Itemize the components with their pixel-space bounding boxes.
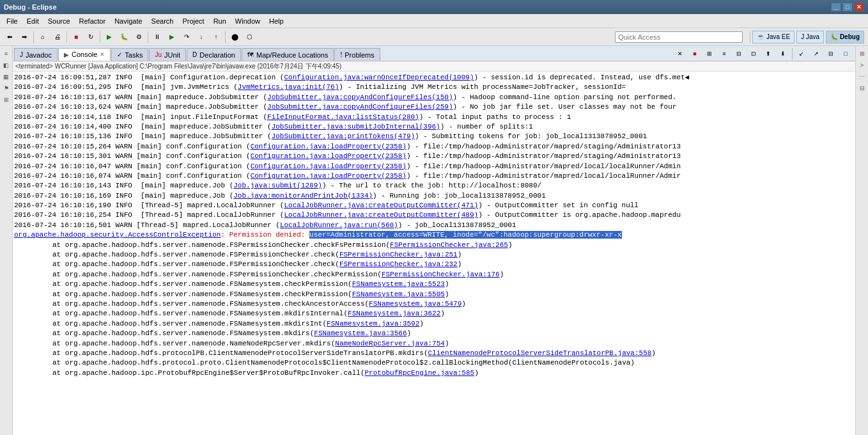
- sidebar-icon-1[interactable]: ≡: [1, 49, 12, 59]
- quickaccess-input[interactable]: [615, 31, 743, 43]
- line-text: 2016-07-24 16:09:51,295 INFO [main] jvm.…: [14, 83, 626, 92]
- menu-navigate[interactable]: Navigate: [111, 16, 146, 26]
- link-loadprop3[interactable]: Configuration.java:loadProperty(2358): [251, 162, 407, 170]
- console-toolbar-6[interactable]: ⬇: [776, 47, 790, 61]
- link-liststatus[interactable]: FileInputFormat.java:listStatus(280): [267, 113, 419, 121]
- menu-file[interactable]: File: [3, 16, 22, 26]
- tab-mapreduce[interactable]: 🗺 Map/Reduce Locations: [242, 48, 334, 61]
- console-toolbar-2[interactable]: ≡: [717, 47, 731, 61]
- console-toolbar-3[interactable]: ⊟: [732, 47, 746, 61]
- toolbar-btn-print[interactable]: 🖨: [50, 30, 65, 44]
- tab-declaration[interactable]: D Declaration: [187, 48, 241, 61]
- toolbar-btn-stop[interactable]: ■: [69, 30, 83, 44]
- menu-edit[interactable]: Edit: [23, 16, 43, 26]
- link-createoutput489[interactable]: LocalJobRunner.java:createOutputCommitte…: [284, 211, 478, 219]
- perspective-java[interactable]: J Java: [796, 31, 824, 44]
- perspective-javaee[interactable]: ☕ Java EE: [752, 31, 794, 44]
- link-accesscontrol[interactable]: org.apache.hadoop.security.AccessControl…: [14, 231, 221, 239]
- link-run560[interactable]: LocalJobRunner.java:run(560): [280, 221, 398, 229]
- tab-problems[interactable]: ! Problems: [334, 48, 380, 61]
- line-text: at org.apache.hadoop.hdfs.protocolPB.Cli…: [52, 349, 656, 358]
- console-stop[interactable]: ■: [688, 47, 702, 61]
- toolbar-btn-debug[interactable]: 🐛: [117, 30, 131, 44]
- error-prefix: org.apache.hadoop.security.AccessControl…: [14, 230, 622, 240]
- perspective-debug[interactable]: 🐛 Debug: [826, 31, 864, 44]
- link-st1[interactable]: FSPermissionChecker.java:265: [390, 241, 508, 249]
- menu-run[interactable]: Run: [210, 16, 230, 26]
- tab-console[interactable]: ▶ Console ✕: [58, 48, 111, 61]
- console-minimize[interactable]: ⊟: [824, 47, 838, 61]
- right-sidebar-icon-4[interactable]: ⊟: [857, 83, 867, 93]
- link-st10[interactable]: FSNamesystem.java:3566: [314, 329, 407, 337]
- sidebar-icon-4[interactable]: ⚑: [1, 83, 12, 93]
- menu-window[interactable]: Window: [231, 16, 264, 26]
- link-st3[interactable]: FSPermissionChecker.java:232: [339, 260, 458, 268]
- toolbar-sep-4: [148, 31, 148, 43]
- toolbar-btn-2[interactable]: ➡: [17, 30, 31, 44]
- tab-console-close[interactable]: ✕: [100, 51, 105, 58]
- toolbar-btn-ext[interactable]: ⚙: [132, 30, 146, 44]
- toolbar-btn-add-breakpoint[interactable]: ⬤: [228, 30, 242, 44]
- link-loadprop4[interactable]: Configuration.java:loadProperty(2358): [251, 172, 407, 180]
- sidebar-icon-3[interactable]: ▦: [1, 72, 12, 82]
- link-st4[interactable]: FSPermissionChecker.java:176: [382, 271, 500, 278]
- menu-help[interactable]: Help: [265, 16, 288, 26]
- right-sidebar-icon-3[interactable]: ⋯: [857, 72, 867, 82]
- link-loadprop2[interactable]: Configuration.java:loadProperty(2358): [251, 152, 407, 160]
- link-st5[interactable]: FSNamesystem.java:5523: [352, 280, 445, 288]
- console-line-st2: at org.apache.hadoop.hdfs.server.namenod…: [14, 250, 854, 260]
- menu-refactor[interactable]: Refactor: [75, 16, 110, 26]
- menu-search[interactable]: Search: [148, 16, 178, 26]
- sidebar-icon-2[interactable]: ◧: [1, 60, 12, 70]
- close-button[interactable]: ✕: [854, 3, 864, 12]
- link-copyfiles259[interactable]: JobSubmitter.java:copyAndConfigureFiles(…: [267, 103, 453, 111]
- link-st12[interactable]: ClientNamenodeProtocolServerSideTranslat…: [428, 349, 652, 357]
- link-st7[interactable]: FSNamesystem.java:5479: [369, 300, 461, 308]
- console-output[interactable]: 2016-07-24 16:09:51,287 INFO [main] Conf…: [13, 72, 855, 435]
- link-st2[interactable]: FSPermissionChecker.java:251: [339, 251, 458, 258]
- console-toolbar-7[interactable]: ↙: [794, 47, 809, 61]
- link-st9[interactable]: FSNamesystem.java:3592: [327, 320, 419, 328]
- console-toolbar-8[interactable]: ↗: [809, 47, 823, 61]
- menu-source[interactable]: Source: [44, 16, 74, 26]
- toolbar-btn-step-out[interactable]: ↑: [209, 30, 223, 44]
- link-submit[interactable]: Job.java:submit(1289): [233, 182, 322, 189]
- console-toolbar-4[interactable]: ⊡: [747, 47, 761, 61]
- link-st14[interactable]: ProtobufRpcEngine.java:585: [364, 369, 474, 377]
- title-text: Debug - Eclipse: [4, 3, 57, 11]
- link-copyfiles150[interactable]: JobSubmitter.java:copyAndConfigureFiles(…: [267, 93, 453, 101]
- console-maximize[interactable]: □: [839, 47, 853, 61]
- toolbar-btn-step-over[interactable]: ↷: [180, 30, 194, 44]
- link-loadprop1[interactable]: Configuration.java:loadProperty(2358): [251, 143, 407, 150]
- link-st8[interactable]: FSNamesystem.java:3622: [348, 310, 440, 317]
- tab-javadoc[interactable]: J Javadoc: [14, 48, 58, 61]
- toolbar-btn-home[interactable]: ⌂: [36, 30, 50, 44]
- toolbar-btn-refresh[interactable]: ↻: [84, 30, 98, 44]
- link-st6[interactable]: FSNamesystem.java:5505: [352, 290, 445, 298]
- toolbar-btn-resume[interactable]: ▶: [165, 30, 179, 44]
- toolbar-btn-remove-breakpoint[interactable]: ⬡: [242, 30, 256, 44]
- link-st11[interactable]: NameNodeRpcServer.java:754: [335, 340, 445, 347]
- right-sidebar-icon-2[interactable]: >: [857, 60, 867, 70]
- toolbar-btn-suspend[interactable]: ⏸: [150, 30, 164, 44]
- tab-junit[interactable]: Ju JUnit: [149, 48, 186, 61]
- link-createoutput471[interactable]: LocalJobRunner.java:createOutputCommitte…: [284, 202, 478, 209]
- link-jvmmetrics[interactable]: JvmMetrics.java:init(76): [238, 83, 339, 91]
- console-toolbar-5[interactable]: ⬆: [761, 47, 775, 61]
- console-toolbar-1[interactable]: ⊞: [702, 47, 717, 61]
- link-monitor[interactable]: Job.java:monitorAndPrintJob(1334): [233, 192, 373, 200]
- toolbar-btn-step-into[interactable]: ↓: [194, 30, 208, 44]
- minimize-button[interactable]: _: [831, 3, 841, 12]
- right-sidebar-icon-1[interactable]: ⊞: [857, 49, 867, 59]
- sidebar-icon-5[interactable]: ⊞: [1, 95, 12, 105]
- toolbar-btn-1[interactable]: ⬅: [3, 30, 17, 44]
- line-text: at org.apache.hadoop.hdfs.server.namenod…: [52, 309, 445, 319]
- menu-project[interactable]: Project: [178, 16, 208, 26]
- tab-tasks[interactable]: ✓ Tasks: [111, 48, 148, 61]
- toolbar-btn-run[interactable]: ▶: [102, 30, 116, 44]
- link-warnonce[interactable]: Configuration.java:warnOnceIfDeprecated(…: [284, 74, 474, 81]
- maximize-button[interactable]: □: [842, 3, 853, 12]
- console-clear[interactable]: ✕: [673, 47, 687, 61]
- link-printtokens[interactable]: JobSubmitter.java:printTokens(479): [272, 132, 415, 140]
- link-submitjob[interactable]: JobSubmitter.java:submitJobInternal(396): [272, 123, 440, 130]
